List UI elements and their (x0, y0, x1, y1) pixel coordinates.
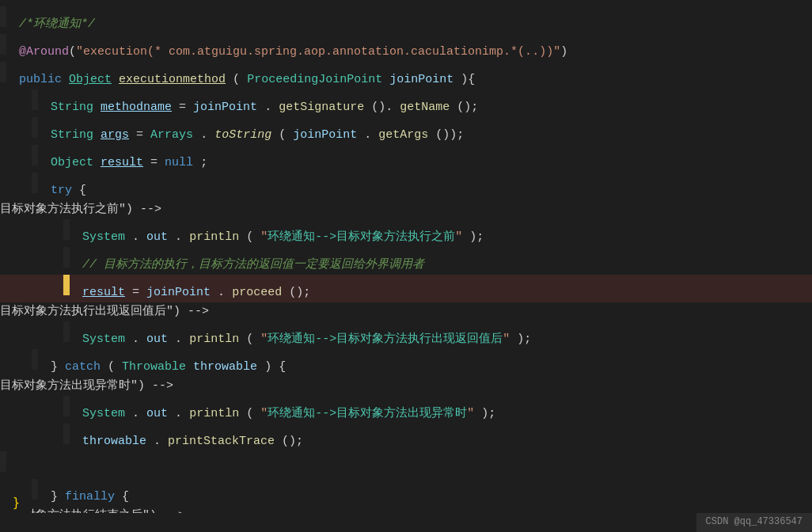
code-line-12: } catch ( Throwable throwable ) { (0, 349, 812, 377)
code-line-3: public Object executionmethod ( Proceedi… (0, 62, 812, 89)
line-content-16: } finally { (38, 488, 799, 507)
type-string2: String (51, 128, 93, 142)
system8: System (82, 230, 125, 244)
code-editor: /*环绕通知*/ @Around("execution(* com.atguig… (0, 0, 812, 513)
code-line-15 (0, 451, 812, 479)
line-border-2 (0, 34, 6, 55)
line-content-2: @Around("execution(* com.atguigu.spring.… (6, 43, 799, 62)
code-line-16: } finally { (0, 479, 812, 507)
code-line-11: System . out . println ( "环绕通知-->目标对象方法执… (0, 321, 812, 349)
method-printtrace: printStackTrace (168, 435, 275, 448)
throwable-type: Throwable (122, 360, 186, 374)
parens14: (); (282, 435, 303, 448)
paren-close: ) (560, 45, 567, 59)
closing-brace: } (13, 493, 20, 512)
dot11b: . (175, 332, 182, 346)
comment-target: // 目标方法的执行，目标方法的返回值一定要返回给外界调用者 (82, 258, 424, 272)
param-name: joinPoint (389, 73, 453, 86)
comment-around: /*环绕通知*/ (19, 17, 95, 31)
assign1: = (179, 101, 186, 114)
keyword-null: null (165, 156, 193, 169)
code-line-10: result = joinPoint . proceed (); (0, 275, 812, 302)
code-line-4: String methodname = joinPoint . getSigna… (0, 89, 812, 117)
dot1: . (264, 101, 271, 114)
close16: } (51, 490, 58, 504)
arrays-class: Arrays (150, 128, 193, 142)
code-line-14: throwable . printStackTrace (); (0, 424, 812, 451)
method-proceed: proceed (232, 286, 282, 299)
line-content-14: throwable . printStackTrace (); (70, 432, 799, 451)
method-getname: getName (400, 101, 450, 114)
p13a: ( (246, 407, 253, 420)
line-border-5 (32, 117, 38, 138)
brace16: { (122, 490, 129, 504)
dot14: . (154, 435, 161, 448)
paren12: ) { (264, 360, 286, 374)
paren3: ( (279, 128, 286, 142)
dot3: . (364, 128, 371, 142)
joinpoint10: joinPoint (146, 286, 211, 299)
str13: 环绕通知-->目标对象方法出现异常时 (268, 407, 467, 420)
type-object: Object (69, 73, 112, 86)
dot8a: . (132, 230, 139, 244)
line-content-11: System . out . println ( "环绕通知-->目标对象方法执… (70, 330, 799, 349)
result10: result (82, 286, 125, 299)
quote13a: " (260, 407, 268, 420)
line-border-8 (63, 219, 70, 240)
assign2: = (136, 128, 143, 142)
code-line-5: String args = Arrays . toString ( joinPo… (0, 117, 812, 145)
parens10: (); (289, 286, 310, 299)
out8: out (146, 230, 168, 244)
line-border-11 (63, 321, 70, 342)
method-getsig: getSignature (279, 101, 364, 114)
code-line-2: @Around("execution(* com.atguigu.spring.… (0, 34, 812, 62)
p8b: ); (469, 230, 484, 244)
keyword-try: try (51, 184, 72, 197)
line-border-14 (63, 424, 70, 444)
line-border-7 (32, 173, 38, 193)
watermark-text: CSDN @qq_47336547 (706, 515, 803, 530)
method-tostring: toString (214, 128, 271, 142)
close12: } (51, 360, 65, 374)
p11b: ); (517, 332, 531, 346)
p8a: ( (246, 230, 253, 244)
str11: 环绕通知-->目标对象方法执行出现返回值后 (268, 332, 503, 346)
parens2: (); (457, 101, 478, 114)
code-line-13: System . out . println ( "环绕通知-->目标对象方法出… (0, 396, 812, 424)
line-content-10: result = joinPoint . proceed (); (70, 283, 799, 302)
var-result: result (101, 156, 143, 169)
str8: 环绕通知-->目标对象方法执行之前 (268, 230, 455, 244)
assign10: = (132, 286, 139, 299)
closing-brace-line: } (0, 492, 32, 513)
paren-open: ( (69, 45, 76, 59)
var-args: args (101, 128, 129, 142)
type-string1: String (51, 101, 93, 114)
line-border-13 (63, 396, 70, 416)
parens1: (). (371, 101, 393, 114)
quote13b: " (467, 407, 474, 420)
bottom-bar: CSDN @qq_47336547 (696, 513, 812, 532)
line-border-9 (63, 247, 70, 268)
quote8a: " (260, 230, 268, 244)
joinpoint1: joinPoint (193, 101, 257, 114)
line-content-4: String methodname = joinPoint . getSigna… (38, 98, 799, 117)
dot2: . (200, 128, 207, 142)
system13: System (82, 407, 125, 420)
dot13a: . (132, 407, 139, 420)
keyword-public: public (19, 73, 62, 86)
println8: println (189, 230, 239, 244)
dot13b: . (175, 407, 182, 420)
throwable14: throwable (82, 435, 146, 448)
type-object2: Object (51, 156, 93, 169)
p11a: ( (246, 332, 253, 346)
code-line-9: // 目标方法的执行，目标方法的返回值一定要返回给外界调用者 (0, 247, 812, 275)
line-border-3 (0, 62, 6, 82)
code-line-7: try { (0, 173, 812, 200)
param-type: ProceedingJoinPoint (247, 73, 382, 86)
quote8b: " (455, 230, 462, 244)
dot10: . (218, 286, 225, 299)
dot11a: . (132, 332, 139, 346)
params: ( (233, 73, 240, 86)
space7: { (79, 184, 86, 197)
line-content-6: Object result = null ; (38, 154, 799, 173)
